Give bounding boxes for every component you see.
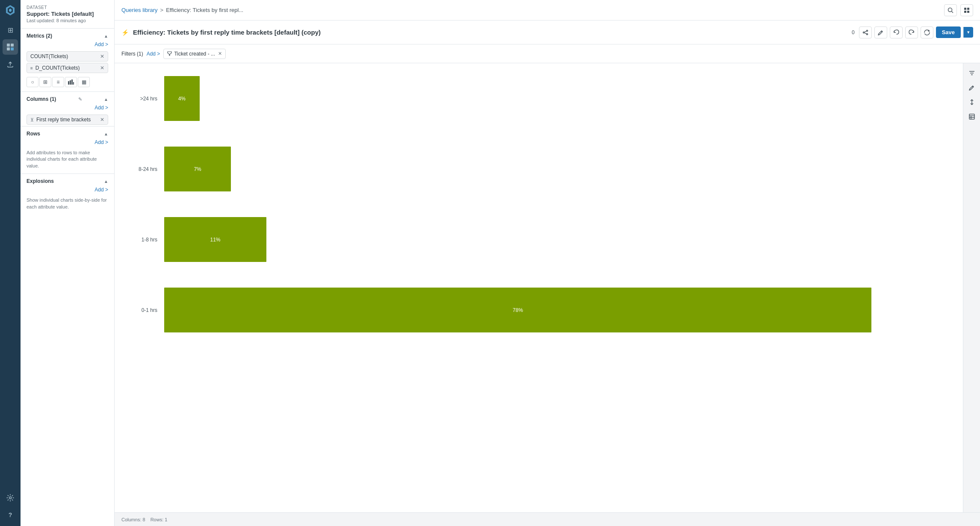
status-rows: Rows: 1 bbox=[151, 517, 168, 522]
metrics-dcount-label: D_COUNT(Tickets) bbox=[35, 65, 97, 71]
nav-rail: ⊞ ? bbox=[0, 0, 21, 526]
metrics-count-remove[interactable]: ✕ bbox=[100, 53, 104, 59]
svg-point-4 bbox=[9, 497, 12, 499]
metrics-add[interactable]: Add > bbox=[21, 41, 114, 50]
query-lightning-icon: ⚡ bbox=[121, 29, 129, 36]
save-button[interactable]: Save bbox=[936, 26, 961, 38]
sidebar: Dataset Support: Tickets [default] Last … bbox=[21, 0, 115, 526]
bar-chart: >24 hrs 4% 8-24 hrs 7% bbox=[127, 72, 950, 504]
nav-dashboard-icon[interactable] bbox=[3, 39, 18, 55]
app-logo[interactable] bbox=[3, 3, 17, 17]
rows-description: Add attributes to rows to make individua… bbox=[21, 148, 114, 173]
vis-table-btn[interactable]: ▦ bbox=[78, 77, 90, 87]
query-title: Efficiency: Tickets by first reply time … bbox=[133, 29, 846, 36]
share-btn[interactable] bbox=[859, 26, 872, 38]
bar-container-1-8: 11% bbox=[164, 217, 950, 262]
svg-rect-1 bbox=[11, 44, 14, 47]
bar-label-24plus: >24 hrs bbox=[127, 96, 157, 102]
vis-grid-btn[interactable]: ⊞ bbox=[39, 77, 51, 87]
bar-pct-0-1: 78% bbox=[513, 307, 523, 313]
nav-settings-icon[interactable] bbox=[3, 490, 18, 505]
filters-add-label: Add > bbox=[147, 51, 160, 57]
svg-rect-12 bbox=[967, 8, 969, 10]
metrics-chip-count: COUNT(Tickets) ✕ bbox=[27, 51, 108, 62]
bar-pct-1-8: 11% bbox=[210, 237, 220, 243]
rows-add[interactable]: Add > bbox=[21, 138, 114, 148]
explosions-title: Explosions bbox=[27, 178, 54, 184]
breadcrumb: Queries library > Efficiency: Tickets by… bbox=[121, 7, 243, 13]
right-table-icon[interactable] bbox=[965, 110, 978, 123]
edit-btn[interactable] bbox=[874, 26, 887, 38]
filter-chip-ticket-created[interactable]: Ticket created - ... ✕ bbox=[163, 49, 226, 59]
nav-help-icon[interactable]: ? bbox=[3, 507, 18, 523]
rows-collapse[interactable]: ▲ bbox=[104, 132, 108, 136]
status-bar: Columns: 8 Rows: 1 bbox=[115, 512, 980, 526]
rows-title: Rows bbox=[27, 131, 40, 137]
svg-rect-11 bbox=[964, 8, 966, 10]
explosions-collapse[interactable]: ▲ bbox=[104, 179, 108, 184]
columns-add[interactable]: Add > bbox=[21, 104, 114, 113]
bar-row-1-8: 1-8 hrs 11% bbox=[127, 217, 950, 262]
svg-rect-8 bbox=[73, 82, 74, 85]
columns-frb-label: First reply time brackets bbox=[36, 117, 97, 123]
filter-chip-label: Ticket created - ... bbox=[174, 51, 215, 57]
svg-point-17 bbox=[863, 32, 864, 33]
metrics-count-label: COUNT(Tickets) bbox=[30, 53, 97, 59]
nav-home-icon[interactable]: ⊞ bbox=[3, 22, 18, 38]
undo-btn[interactable] bbox=[890, 26, 903, 38]
search-btn[interactable] bbox=[944, 4, 957, 16]
metrics-collapse[interactable]: ▲ bbox=[104, 34, 108, 38]
refresh-btn[interactable] bbox=[921, 26, 933, 38]
svg-line-18 bbox=[864, 31, 866, 32]
columns-header: Columns (1) ✎ ▲ bbox=[21, 92, 114, 104]
columns-edit-icon[interactable]: ✎ bbox=[78, 97, 82, 102]
explosions-section: Explosions ▲ Add > Show individual chart… bbox=[21, 174, 114, 215]
nav-upload-icon[interactable] bbox=[3, 56, 18, 72]
right-edit-icon[interactable] bbox=[965, 81, 978, 94]
svg-rect-3 bbox=[11, 47, 14, 50]
columns-frb-remove[interactable]: ✕ bbox=[100, 117, 104, 123]
svg-rect-27 bbox=[969, 114, 974, 119]
bar-label-8-24: 8-24 hrs bbox=[127, 166, 157, 172]
redo-btn[interactable] bbox=[905, 26, 918, 38]
bar-row-0-1: 0-1 hrs 78% bbox=[127, 288, 950, 332]
frb-filter-icon: ⊻ bbox=[30, 117, 34, 123]
vis-circle-btn[interactable]: ○ bbox=[27, 77, 38, 87]
status-columns: Columns: 8 bbox=[121, 517, 145, 522]
chart-area: >24 hrs 4% 8-24 hrs 7% bbox=[115, 63, 963, 512]
explosions-description: Show individual charts side-by-side for … bbox=[21, 195, 114, 215]
top-nav: Queries library > Efficiency: Tickets by… bbox=[115, 0, 980, 21]
rows-header: Rows ▲ bbox=[21, 126, 114, 138]
bar-row-24plus: >24 hrs 4% bbox=[127, 76, 950, 121]
breadcrumb-current: Efficiency: Tickets by first repl... bbox=[166, 7, 243, 13]
metrics-dcount-remove[interactable]: ✕ bbox=[100, 65, 104, 71]
filter-chip-remove[interactable]: ✕ bbox=[218, 51, 222, 56]
filters-add-btn[interactable]: Add > bbox=[147, 51, 160, 57]
breadcrumb-link[interactable]: Queries library bbox=[121, 7, 158, 13]
save-dropdown-btn[interactable]: ▾ bbox=[963, 27, 973, 38]
svg-rect-2 bbox=[7, 47, 10, 50]
columns-collapse[interactable]: ▲ bbox=[104, 97, 108, 102]
svg-rect-7 bbox=[71, 79, 73, 85]
metrics-chip-dcount: ≡ D_COUNT(Tickets) ✕ bbox=[27, 63, 108, 73]
filters-bar: Filters (1) Add > Ticket created - ... ✕ bbox=[115, 44, 980, 63]
vis-list-btn[interactable]: ≡ bbox=[52, 77, 64, 87]
filter-chip-icon bbox=[167, 51, 172, 56]
columns-title: Columns (1) bbox=[27, 96, 56, 102]
right-resize-icon[interactable] bbox=[965, 96, 978, 109]
svg-rect-6 bbox=[70, 80, 71, 85]
explosions-add[interactable]: Add > bbox=[21, 186, 114, 195]
filters-label: Filters (1) bbox=[121, 51, 143, 57]
vis-bar-btn[interactable] bbox=[65, 77, 77, 87]
right-filter-icon[interactable] bbox=[965, 67, 978, 79]
query-titlebar: ⚡ Efficiency: Tickets by first reply tim… bbox=[115, 21, 980, 44]
metrics-header: Metrics (2) ▲ bbox=[21, 29, 114, 41]
svg-point-15 bbox=[866, 30, 868, 31]
svg-rect-13 bbox=[964, 11, 966, 13]
svg-point-9 bbox=[948, 8, 952, 12]
svg-point-16 bbox=[866, 33, 868, 35]
bar-pct-8-24: 7% bbox=[194, 166, 201, 172]
bar-0-1: 78% bbox=[164, 288, 871, 332]
toolbar-count: 0 bbox=[850, 29, 856, 35]
grid-view-btn[interactable] bbox=[960, 4, 973, 16]
